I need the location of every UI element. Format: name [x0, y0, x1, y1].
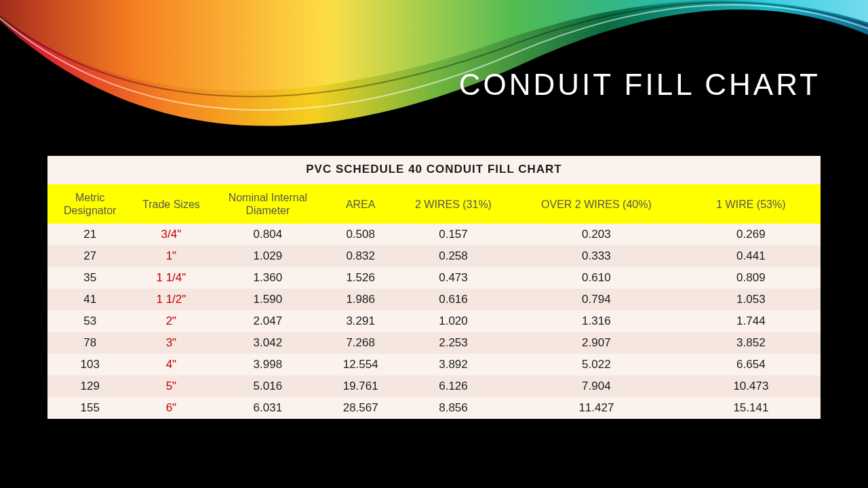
- cell-nid: 1.360: [210, 267, 326, 289]
- col-over2: OVER 2 WIRES (40%): [511, 184, 682, 224]
- cell-trade: 3": [132, 332, 210, 354]
- cell-metric: 103: [47, 354, 132, 375]
- cell-w1: 1.744: [682, 310, 821, 332]
- cell-o2: 0.610: [511, 267, 682, 289]
- cell-w1: 0.809: [682, 267, 821, 289]
- cell-trade: 4": [132, 354, 210, 375]
- col-nid: Nominal Internal Diameter: [210, 184, 326, 224]
- cell-nid: 3.998: [210, 354, 326, 375]
- cell-metric: 27: [47, 245, 132, 267]
- col-metric: Metric Designator: [47, 184, 132, 224]
- cell-w2: 0.473: [395, 267, 511, 289]
- cell-nid: 5.016: [210, 375, 326, 397]
- cell-o2: 0.794: [511, 289, 682, 310]
- cell-w1: 10.473: [682, 375, 821, 397]
- col-2wires: 2 WIRES (31%): [395, 184, 511, 224]
- cell-area: 0.508: [326, 224, 395, 245]
- cell-trade: 3/4": [132, 224, 210, 245]
- cell-nid: 6.031: [210, 397, 326, 419]
- cell-w2: 2.253: [395, 332, 511, 354]
- cell-metric: 21: [47, 224, 132, 245]
- table-row: 411 1/2"1.5901.9860.6160.7941.053: [47, 289, 821, 310]
- fill-chart-table: PVC SCHEDULE 40 CONDUIT FILL CHART Metri…: [47, 156, 821, 419]
- cell-metric: 155: [47, 397, 132, 419]
- table-row: 1556"6.03128.5678.85611.42715.141: [47, 397, 821, 419]
- cell-area: 0.832: [326, 245, 395, 267]
- page-title: CONDUIT FILL CHART: [459, 68, 821, 102]
- cell-w1: 15.141: [682, 397, 821, 419]
- table-row: 1034"3.99812.5543.8925.0226.654: [47, 354, 821, 375]
- cell-area: 12.554: [326, 354, 395, 375]
- cell-w1: 3.852: [682, 332, 821, 354]
- cell-o2: 0.333: [511, 245, 682, 267]
- cell-area: 3.291: [326, 310, 395, 332]
- col-1wire: 1 WIRE (53%): [682, 184, 821, 224]
- cell-area: 1.526: [326, 267, 395, 289]
- cell-w2: 0.616: [395, 289, 511, 310]
- cell-o2: 1.316: [511, 310, 682, 332]
- cell-w2: 8.856: [395, 397, 511, 419]
- cell-area: 1.986: [326, 289, 395, 310]
- cell-nid: 1.590: [210, 289, 326, 310]
- cell-trade: 6": [132, 397, 210, 419]
- cell-nid: 2.047: [210, 310, 326, 332]
- cell-trade: 2": [132, 310, 210, 332]
- table-row: 532"2.0473.2911.0201.3161.744: [47, 310, 821, 332]
- cell-nid: 3.042: [210, 332, 326, 354]
- table-row: 271"1.0290.8320.2580.3330.441: [47, 245, 821, 267]
- cell-w1: 1.053: [682, 289, 821, 310]
- cell-area: 28.567: [326, 397, 395, 419]
- cell-w2: 3.892: [395, 354, 511, 375]
- cell-w1: 6.654: [682, 354, 821, 375]
- col-area: AREA: [326, 184, 395, 224]
- table-row: 213/4"0.8040.5080.1570.2030.269: [47, 224, 821, 245]
- cell-nid: 1.029: [210, 245, 326, 267]
- cell-metric: 41: [47, 289, 132, 310]
- cell-w2: 0.258: [395, 245, 511, 267]
- cell-w2: 0.157: [395, 224, 511, 245]
- table-row: 351 1/4"1.3601.5260.4730.6100.809: [47, 267, 821, 289]
- cell-o2: 2.907: [511, 332, 682, 354]
- table-header-row: Metric Designator Trade Sizes Nominal In…: [47, 184, 821, 224]
- cell-area: 19.761: [326, 375, 395, 397]
- cell-trade: 1 1/4": [132, 267, 210, 289]
- cell-metric: 129: [47, 375, 132, 397]
- cell-metric: 35: [47, 267, 132, 289]
- cell-metric: 78: [47, 332, 132, 354]
- table-title: PVC SCHEDULE 40 CONDUIT FILL CHART: [47, 156, 821, 184]
- cell-w1: 0.441: [682, 245, 821, 267]
- cell-w2: 1.020: [395, 310, 511, 332]
- cell-metric: 53: [47, 310, 132, 332]
- cell-o2: 5.022: [511, 354, 682, 375]
- table-row: 1295"5.01619.7616.1267.90410.473: [47, 375, 821, 397]
- cell-trade: 1 1/2": [132, 289, 210, 310]
- cell-nid: 0.804: [210, 224, 326, 245]
- cell-trade: 5": [132, 375, 210, 397]
- cell-w2: 6.126: [395, 375, 511, 397]
- cell-area: 7.268: [326, 332, 395, 354]
- cell-o2: 11.427: [511, 397, 682, 419]
- table-row: 783"3.0427.2682.2532.9073.852: [47, 332, 821, 354]
- cell-o2: 0.203: [511, 224, 682, 245]
- col-trade: Trade Sizes: [132, 184, 210, 224]
- cell-trade: 1": [132, 245, 210, 267]
- cell-o2: 7.904: [511, 375, 682, 397]
- cell-w1: 0.269: [682, 224, 821, 245]
